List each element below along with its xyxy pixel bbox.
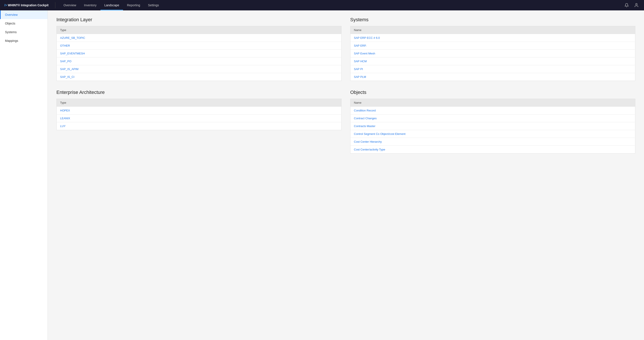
- enterprise-architecture-col-type: Type: [57, 99, 342, 107]
- brand-icon: />: [4, 3, 7, 7]
- table-row: Condition Record: [350, 107, 635, 114]
- main-content: Integration Layer Type AZURE_SB_TOPICOTH…: [48, 10, 644, 340]
- objects-header-row: Name: [350, 99, 635, 107]
- system-link[interactable]: SAP Event Mesh: [354, 52, 375, 55]
- brand-logo: /> WHINT® Integration Cockpit: [4, 3, 48, 7]
- table-row: Cost Center Hierarchy: [350, 138, 635, 146]
- table-row: LUY: [57, 122, 342, 130]
- integration-layer-header-row: Type: [57, 26, 342, 34]
- table-row: SAP_IS_APIM: [57, 65, 342, 73]
- object-link[interactable]: Cost Center Hierarchy: [354, 140, 382, 143]
- nav-actions: [624, 2, 640, 8]
- object-link[interactable]: Cost Center/activity Type: [354, 148, 385, 151]
- objects-title: Objects: [350, 89, 635, 95]
- objects-col-name: Name: [350, 99, 635, 107]
- enterprise-architecture-section: Enterprise Architecture Type HOPEXLEANIX…: [56, 89, 342, 154]
- table-row: SAP ERP ECC # 6.0: [350, 34, 635, 42]
- integration-layer-link[interactable]: SAP_IS_CI: [60, 75, 74, 78]
- svg-point-0: [636, 3, 637, 5]
- integration-layer-section: Integration Layer Type AZURE_SB_TOPICOTH…: [56, 17, 342, 81]
- table-row: SAP HCM: [350, 57, 635, 65]
- table-row: Contracts Master: [350, 122, 635, 130]
- object-link[interactable]: Contracts Master: [354, 124, 376, 128]
- sidebar-item-systems[interactable]: Systems: [0, 28, 48, 36]
- sidebar-item-overview[interactable]: Overview: [0, 10, 48, 19]
- table-row: SAP_PO: [57, 57, 342, 65]
- table-row: Contract Changes: [350, 114, 635, 122]
- objects-section: Objects Name Condition RecordContract Ch…: [350, 89, 635, 154]
- top-navigation: /> WHINT® Integration Cockpit Overview I…: [0, 0, 644, 10]
- table-row: SAP PI: [350, 65, 635, 73]
- nav-link-settings[interactable]: Settings: [144, 0, 163, 10]
- nav-link-landscape[interactable]: Landscape: [100, 0, 123, 10]
- table-row: Cost Center/activity Type: [350, 146, 635, 154]
- table-row: SAP Event Mesh: [350, 50, 635, 57]
- nav-link-overview[interactable]: Overview: [60, 0, 80, 10]
- system-link[interactable]: SAP ERP.: [354, 44, 366, 47]
- object-link[interactable]: Control Segment Co Object/cost Element: [354, 132, 406, 135]
- integration-layer-link[interactable]: SAP_IS_APIM: [60, 67, 78, 71]
- table-row: OTHER: [57, 42, 342, 50]
- notifications-button[interactable]: [624, 2, 630, 8]
- table-row: AZURE_SB_TOPIC: [57, 34, 342, 42]
- table-row: Control Segment Co Object/cost Element: [350, 130, 635, 138]
- system-link[interactable]: SAP HCM: [354, 60, 367, 63]
- content-grid: Integration Layer Type AZURE_SB_TOPICOTH…: [56, 17, 635, 154]
- enterprise-architecture-title: Enterprise Architecture: [56, 89, 342, 95]
- integration-layer-link[interactable]: SAP_EVENTMESH: [60, 52, 85, 55]
- nav-links: Overview Inventory Landscape Reporting S…: [60, 0, 624, 10]
- table-row: LEANIX: [57, 114, 342, 122]
- systems-table: Name SAP ERP ECC # 6.0SAP ERP.SAP Event …: [350, 26, 635, 81]
- table-row: SAP_EVENTMESH: [57, 50, 342, 57]
- nav-divider: [55, 2, 55, 8]
- object-link[interactable]: Condition Record: [354, 109, 376, 112]
- systems-title: Systems: [350, 17, 635, 22]
- integration-layer-table: Type AZURE_SB_TOPICOTHERSAP_EVENTMESHSAP…: [56, 26, 342, 81]
- enterprise-architecture-link[interactable]: LEANIX: [60, 117, 70, 120]
- table-row: SAP ERP.: [350, 42, 635, 50]
- sidebar-item-objects[interactable]: Objects: [0, 19, 48, 28]
- integration-layer-title: Integration Layer: [56, 17, 342, 22]
- table-row: SAP PLM: [350, 73, 635, 81]
- integration-layer-link[interactable]: AZURE_SB_TOPIC: [60, 36, 85, 39]
- enterprise-architecture-table: Type HOPEXLEANIXLUY: [56, 99, 342, 130]
- enterprise-architecture-header-row: Type: [57, 99, 342, 107]
- user-menu-button[interactable]: [633, 2, 640, 8]
- sidebar-item-mappings[interactable]: Mappings: [0, 36, 48, 45]
- system-link[interactable]: SAP PLM: [354, 75, 366, 78]
- integration-layer-link[interactable]: SAP_PO: [60, 60, 72, 63]
- enterprise-architecture-link[interactable]: HOPEX: [60, 109, 70, 112]
- sidebar: Overview Objects Systems Mappings: [0, 10, 48, 340]
- systems-header-row: Name: [350, 26, 635, 34]
- nav-link-inventory[interactable]: Inventory: [80, 0, 100, 10]
- table-row: HOPEX: [57, 107, 342, 114]
- brand-name: WHINT® Integration Cockpit: [8, 3, 48, 7]
- systems-section: Systems Name SAP ERP ECC # 6.0SAP ERP.SA…: [350, 17, 635, 81]
- object-link[interactable]: Contract Changes: [354, 117, 377, 120]
- table-row: SAP_IS_CI: [57, 73, 342, 81]
- integration-layer-col-type: Type: [57, 26, 342, 34]
- systems-col-name: Name: [350, 26, 635, 34]
- enterprise-architecture-link[interactable]: LUY: [60, 124, 66, 128]
- system-link[interactable]: SAP ERP ECC # 6.0: [354, 36, 380, 39]
- nav-link-reporting[interactable]: Reporting: [123, 0, 144, 10]
- integration-layer-link[interactable]: OTHER: [60, 44, 70, 47]
- system-link[interactable]: SAP PI: [354, 67, 363, 71]
- objects-table: Name Condition RecordContract ChangesCon…: [350, 99, 635, 154]
